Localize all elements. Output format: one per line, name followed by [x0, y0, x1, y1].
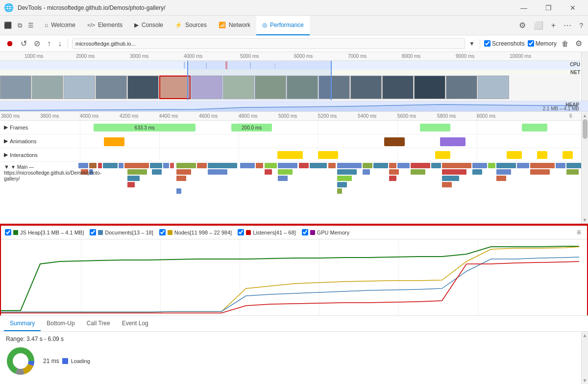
svg-rect-69 — [496, 176, 506, 181]
svg-rect-10 — [119, 163, 123, 168]
bottom-scroll-up[interactable]: ▲ — [583, 332, 588, 338]
screenshots-checkbox[interactable] — [484, 40, 490, 47]
more-options-button[interactable]: ⋯ — [561, 19, 574, 32]
maximize-button[interactable]: ❐ — [537, 0, 560, 16]
int-bar-6[interactable] — [563, 151, 573, 159]
main-track-label[interactable]: ▼ ▼ Main — https://microsoftedge.github.… — [0, 162, 78, 225]
drawer-toggle[interactable]: ☰ — [26, 20, 36, 31]
add-tab-button[interactable]: + — [548, 19, 559, 32]
int-bar-2[interactable] — [318, 151, 339, 159]
interactions-label[interactable]: ▶ Interactions — [0, 152, 78, 158]
gpu-legend[interactable]: GPU Memory — [302, 229, 350, 235]
frames-bar-4[interactable] — [522, 124, 547, 131]
int-bar-4[interactable] — [507, 151, 522, 159]
gpu-checkbox[interactable] — [302, 229, 308, 235]
tab-elements[interactable]: </> Elements — [81, 16, 128, 35]
t-label-4200: 4200 ms — [120, 113, 138, 119]
memory-menu-button[interactable]: ≡ — [575, 228, 583, 237]
bottom-scroll-down[interactable]: ▼ — [583, 378, 588, 384]
tab-welcome[interactable]: ⌂ Welcome — [39, 16, 81, 35]
help-button[interactable]: ? — [576, 20, 586, 31]
listeners-color — [246, 230, 251, 235]
svg-rect-55 — [411, 169, 425, 175]
timeline-area: 3600 ms 3800 ms 4000 ms 4200 ms 4400 ms … — [0, 112, 588, 225]
clear-button[interactable]: ⊘ — [32, 37, 42, 50]
nodes-checkbox[interactable] — [159, 229, 166, 235]
upload-button[interactable]: ↑ — [45, 37, 53, 50]
scroll-up-arrow[interactable]: ▲ — [583, 112, 588, 118]
nodes-label: Nodes[11 998 – 22 984] — [174, 230, 232, 235]
svg-rect-4 — [274, 63, 275, 69]
memory-label: Memory — [536, 40, 557, 47]
frames-bar-3[interactable] — [420, 124, 450, 131]
tab-network[interactable]: 📶 Network — [213, 16, 256, 35]
flame-chart — [78, 162, 588, 225]
minimize-button[interactable]: — — [513, 0, 535, 16]
settings-cog[interactable]: ⚙ — [573, 37, 584, 50]
docs-checkbox[interactable] — [90, 229, 96, 235]
overview-scrollbar[interactable] — [581, 52, 588, 101]
int-bar-3[interactable] — [435, 151, 450, 159]
tab-performance[interactable]: ◎ Performance — [256, 16, 310, 35]
svg-rect-14 — [170, 163, 174, 168]
memory-checkbox-label[interactable]: Memory — [528, 40, 557, 47]
dock-toggle[interactable]: ⬛ — [2, 20, 14, 31]
svg-rect-35 — [496, 163, 516, 168]
memory-graph — [1, 239, 587, 315]
more-tools-button[interactable]: ⬜ — [531, 19, 546, 32]
tab-call-tree[interactable]: Call Tree — [81, 316, 116, 331]
tab-event-log[interactable]: Event Log — [116, 316, 154, 331]
memory-panel: JS Heap[3.1 MB – 4.1 MB] Documents[13 – … — [0, 225, 588, 315]
timeline-ruler: 3600 ms 3800 ms 4000 ms 4200 ms 4400 ms … — [0, 112, 588, 121]
screenshots-checkbox-label[interactable]: Screenshots — [484, 40, 525, 47]
url-dropdown[interactable]: ▼ — [468, 39, 476, 48]
memory-header: JS Heap[3.1 MB – 4.1 MB] Documents[13 – … — [1, 226, 587, 239]
int-bar-1[interactable] — [277, 151, 303, 159]
screenshot-thumb — [223, 76, 254, 99]
svg-rect-17 — [208, 163, 237, 168]
tab-console[interactable]: ▶ Console — [128, 16, 169, 35]
anim-bar-2[interactable] — [384, 137, 405, 146]
settings-button[interactable]: ⚙ — [516, 19, 529, 32]
bottom-right-scroll[interactable]: ▲ ▼ — [581, 332, 588, 384]
animations-label[interactable]: ▶ Animations — [0, 138, 78, 144]
memory-checkbox[interactable] — [528, 40, 534, 47]
listeners-checkbox[interactable] — [238, 229, 244, 235]
listeners-legend[interactable]: Listeners[41 – 68] — [238, 229, 295, 235]
timeline-scrollbar[interactable]: ▲ ▼ — [581, 112, 588, 224]
t-label-6000: 6000 ms — [477, 113, 495, 119]
svg-rect-0 — [184, 62, 185, 69]
docs-legend[interactable]: Documents[13 – 18] — [90, 229, 153, 235]
frames-bar-2[interactable]: 200.0 ms — [231, 124, 272, 131]
record-button[interactable]: ⏺ — [4, 37, 16, 50]
jsheap-checkbox[interactable] — [5, 229, 11, 235]
download-button[interactable]: ↓ — [56, 37, 64, 50]
reload-record-button[interactable]: ↺ — [19, 37, 29, 50]
t-label-5600: 5600 ms — [397, 113, 416, 119]
close-button[interactable]: ✕ — [562, 0, 584, 16]
jsheap-legend[interactable]: JS Heap[3.1 MB – 4.1 MB] — [5, 229, 84, 235]
detach-button[interactable]: ⧉ — [16, 20, 24, 31]
tab-sources[interactable]: ⚡ Sources — [169, 16, 213, 35]
svg-rect-36 — [517, 163, 529, 168]
screenshots-track — [0, 75, 580, 100]
trash-button[interactable]: 🗑 — [560, 38, 570, 50]
int-bar-5[interactable] — [537, 151, 547, 159]
frames-bar-1[interactable]: 633.3 ms — [94, 124, 196, 131]
loading-color — [62, 358, 68, 364]
jsheap-color — [13, 230, 18, 235]
frames-label[interactable]: ▶ frames — [0, 124, 78, 130]
anim-bar-1[interactable] — [104, 137, 124, 146]
scroll-thumb[interactable] — [583, 119, 588, 139]
scroll-down-arrow[interactable]: ▼ — [583, 217, 588, 224]
anim-bar-3[interactable] — [440, 137, 466, 146]
nodes-legend[interactable]: Nodes[11 998 – 22 984] — [159, 229, 232, 235]
cpu-track: CPU — [0, 61, 580, 70]
tab-bottom-up[interactable]: Bottom-Up — [41, 316, 80, 331]
svg-rect-11 — [124, 163, 149, 168]
animations-expand-icon: ▶ — [4, 138, 8, 144]
bottom-tabs: Summary Bottom-Up Call Tree Event Log — [0, 316, 588, 332]
chart-grid-4 — [319, 239, 319, 315]
ruler-label-7000: 7000 ms — [348, 53, 367, 59]
tab-summary[interactable]: Summary — [4, 316, 41, 331]
